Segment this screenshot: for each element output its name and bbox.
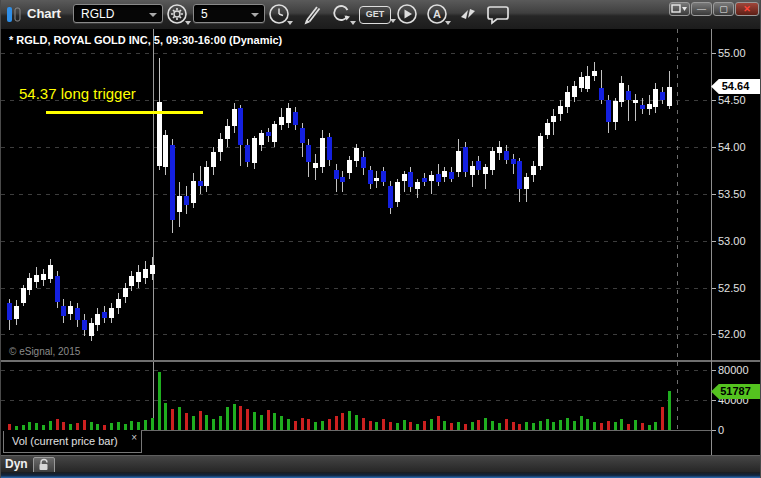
close-button[interactable]: ✕ <box>735 2 759 16</box>
volume-bar <box>348 411 351 430</box>
price-axis-label: 52.50 <box>718 282 746 294</box>
volume-bar <box>607 421 610 430</box>
candle <box>61 306 66 316</box>
volume-bar <box>620 419 623 430</box>
price-gridline <box>1 194 711 195</box>
volume-bar <box>450 423 453 430</box>
get-data-button[interactable]: GET <box>359 6 391 24</box>
restore-window-button[interactable] <box>669 2 690 16</box>
volume-bar <box>253 412 256 430</box>
candle <box>204 167 209 186</box>
volume-bar <box>199 411 202 430</box>
long-trigger-annotation-text[interactable]: 54.37 long trigger <box>19 85 136 102</box>
symbol-input[interactable]: RGLD <box>73 4 163 23</box>
volume-study-tab[interactable]: Vol (current price bar) × <box>3 431 142 453</box>
symbol-dropdown-caret-icon[interactable] <box>149 13 157 17</box>
volume-bar <box>164 403 167 430</box>
volume-bar <box>477 420 480 430</box>
volume-bar <box>375 422 378 430</box>
dynamic-mode-label[interactable]: Dyn <box>5 457 28 471</box>
volume-bar <box>614 422 617 430</box>
comment-button[interactable] <box>487 3 509 25</box>
candle <box>633 100 638 103</box>
interval-dropdown-caret-icon[interactable] <box>251 13 259 17</box>
refresh-dropdown-caret-icon[interactable] <box>350 21 356 25</box>
volume-bar <box>301 418 304 430</box>
alerts-dropdown-caret-icon[interactable] <box>445 21 451 25</box>
symbol-settings-button[interactable] <box>166 3 188 25</box>
long-trigger-annotation-line[interactable] <box>46 111 203 114</box>
tab-shelf-line <box>141 430 711 431</box>
candle <box>579 77 584 88</box>
candle <box>354 148 359 161</box>
volume-tab-close-icon[interactable]: × <box>131 432 137 443</box>
volume-bar <box>512 422 515 430</box>
volume-bar <box>314 422 317 430</box>
volume-bar <box>423 421 426 430</box>
interval-input[interactable]: 5 <box>193 4 265 23</box>
candle <box>116 299 121 308</box>
candle <box>218 139 223 152</box>
pane-divider[interactable] <box>1 360 761 362</box>
volume-bar <box>15 426 18 430</box>
time-template-button[interactable] <box>268 3 290 25</box>
candle <box>456 151 461 172</box>
volume-bar <box>505 419 508 430</box>
volume-bar <box>552 422 555 430</box>
volume-bar <box>586 419 589 430</box>
candle <box>592 71 597 76</box>
pencil-icon <box>301 3 323 25</box>
maximize-button[interactable]: ▢ <box>713 2 734 16</box>
candle <box>470 166 475 175</box>
volume-bar <box>661 407 664 430</box>
volume-axis-label: 0 <box>718 424 724 436</box>
volume-bar <box>110 423 113 430</box>
maximize-icon: ▢ <box>719 4 728 14</box>
candle-wick <box>513 154 514 174</box>
clock-dropdown-caret-icon[interactable] <box>287 21 293 25</box>
candle <box>306 145 311 162</box>
volume-bar <box>335 416 338 430</box>
link-arrows-icon <box>457 3 479 25</box>
candle <box>143 269 148 278</box>
minimize-icon: — <box>697 4 706 14</box>
volume-bar <box>35 423 38 430</box>
draw-tool-button[interactable] <box>301 3 323 25</box>
price-axis-label: 55.00 <box>718 47 746 59</box>
volume-bar <box>559 420 562 430</box>
candle <box>517 161 522 189</box>
gear-dropdown-caret-icon[interactable] <box>185 21 191 25</box>
volume-bar <box>219 416 222 430</box>
minimize-button[interactable]: — <box>691 2 712 16</box>
session-line-day-13 <box>677 29 678 430</box>
play-button[interactable] <box>396 3 418 25</box>
price-axis-label: 54.50 <box>718 94 746 106</box>
candle <box>123 288 128 297</box>
volume-bar <box>144 420 147 430</box>
volume-bar <box>525 422 528 430</box>
candle <box>89 323 94 336</box>
refresh-button[interactable] <box>331 3 353 25</box>
candle <box>184 196 189 205</box>
volume-bar <box>42 425 45 430</box>
volume-bar <box>668 391 671 430</box>
volume-bar <box>328 419 331 430</box>
volume-bar <box>443 421 446 430</box>
candle <box>211 152 216 167</box>
volume-bar <box>654 422 657 430</box>
volume-tab-label: Vol (current price bar) <box>12 435 118 447</box>
alerts-button[interactable]: A <box>426 3 448 25</box>
link-button[interactable] <box>457 3 479 25</box>
candle <box>225 126 230 139</box>
candle <box>198 181 203 186</box>
volume-bar <box>573 421 576 430</box>
candle <box>504 151 509 160</box>
candle <box>266 132 271 136</box>
candle-wick <box>635 94 636 121</box>
volume-bar <box>69 424 72 430</box>
candle <box>463 147 468 172</box>
volume-bar <box>355 415 358 430</box>
volume-bar <box>409 422 412 430</box>
price-gridline <box>1 241 711 242</box>
candle <box>170 145 175 220</box>
